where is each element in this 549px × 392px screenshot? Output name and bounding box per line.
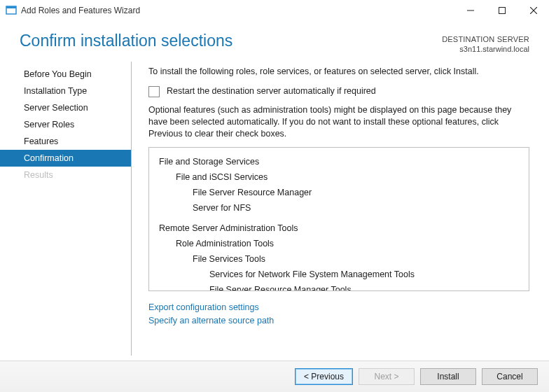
page-title: Confirm installation selections [20,31,442,50]
svg-rect-1 [6,6,16,8]
restart-checkbox[interactable] [148,86,160,97]
feature-tree-item: Services for Network File System Managem… [209,267,519,283]
feature-tree-item: File and iSCSI Services [176,170,519,186]
maximize-button[interactable] [486,0,517,21]
sidebar-item-before-you-begin[interactable]: Before You Begin [0,66,131,83]
svg-rect-3 [499,8,505,14]
optional-features-note: Optional features (such as administratio… [148,104,529,140]
sidebar-item-server-selection[interactable]: Server Selection [0,99,131,116]
cancel-button[interactable]: Cancel [482,368,538,385]
app-icon [6,5,17,16]
window-controls [454,0,549,21]
restart-row: Restart the destination server automatic… [148,85,529,97]
feature-tree-item: Server for NFS [193,201,519,216]
sidebar-item-installation-type[interactable]: Installation Type [0,83,131,99]
destination-info: DESTINATION SERVER s3n11.starwind.local [442,31,529,55]
alternate-source-link[interactable]: Specify an alternate source path [148,314,529,328]
next-button: Next > [359,368,415,385]
feature-tree-item: File Server Resource Manager Tools [209,283,519,291]
sidebar-item-features[interactable]: Features [0,133,131,150]
feature-tree-item: Role Administration Tools [176,237,519,252]
install-button[interactable]: Install [420,368,476,385]
sidebar-item-server-roles[interactable]: Server Roles [0,116,131,133]
destination-value: s3n11.starwind.local [442,44,529,54]
sidebar-item-confirmation[interactable]: Confirmation [0,150,131,167]
content-panel: To install the following roles, role ser… [139,62,542,356]
feature-tree-item: File Services Tools [193,252,519,267]
window-title: Add Roles and Features Wizard [21,6,140,15]
header: Confirm installation selections DESTINAT… [0,21,549,62]
feature-tree-item: Remote Server Administration Tools [159,221,519,237]
feature-selection-box: File and Storage ServicesFile and iSCSI … [148,147,529,291]
feature-tree-item: File Server Resource Manager [193,186,519,201]
wizard-sidebar: Before You BeginInstallation TypeServer … [0,62,132,356]
destination-label: DESTINATION SERVER [442,34,529,44]
close-button[interactable] [517,0,549,21]
restart-checkbox-label: Restart the destination server automatic… [167,85,376,97]
footer-bar: < Previous Next > Install Cancel [0,360,549,392]
sidebar-item-results: Results [0,167,131,183]
intro-text: To install the following roles, role ser… [148,66,529,78]
export-config-link[interactable]: Export configuration settings [148,301,529,314]
minimize-button[interactable] [454,0,486,21]
previous-button[interactable]: < Previous [295,368,353,385]
feature-tree-item: File and Storage Services [159,155,519,170]
title-bar: Add Roles and Features Wizard [0,0,549,21]
